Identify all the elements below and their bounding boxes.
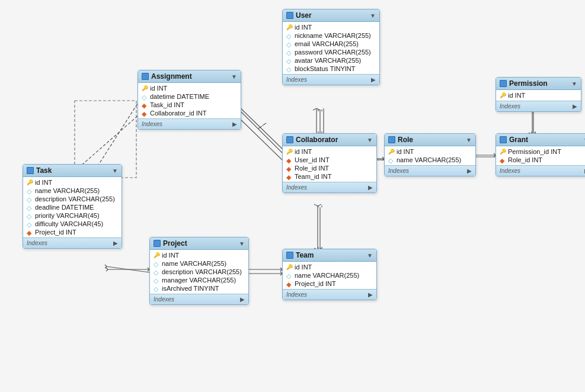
assignment-indexes-row[interactable]: Indexes ▶	[138, 118, 241, 129]
permission-table[interactable]: Permission ▼ 🔑 id INT Indexes ▶	[496, 77, 581, 112]
fk-icon: ◆	[286, 281, 292, 287]
svg-line-67	[106, 268, 108, 269]
indexes-label: Indexes	[286, 76, 307, 83]
svg-line-9	[237, 108, 282, 153]
indexes-expand-icon[interactable]: ▶	[368, 184, 373, 191]
table-row: ◇ isArchived TINYINT	[150, 284, 248, 293]
team-table[interactable]: Team ▼ 🔑 id INT ◇ name VARCHAR(255) ◆ Pr…	[282, 249, 377, 300]
assignment-table-arrow: ▼	[231, 73, 237, 80]
field-label: isArchived TINYINT	[162, 285, 219, 292]
field-label: blockStatus TINYINT	[295, 65, 356, 72]
field-label: Project_id INT	[35, 229, 76, 236]
user-table-header[interactable]: User ▼	[283, 9, 379, 22]
task-table[interactable]: Task ▼ 🔑 id INT ◇ name VARCHAR(255) ◇ de…	[23, 164, 122, 249]
field-label: datetime DATETIME	[150, 93, 209, 100]
table-row: ◆ Task_id INT	[138, 101, 241, 109]
permission-indexes-row[interactable]: Indexes ▶	[496, 101, 581, 111]
role-indexes-row[interactable]: Indexes ▶	[385, 165, 475, 176]
assignment-table-title: Assignment	[151, 72, 229, 81]
team-table-header[interactable]: Team ▼	[283, 249, 376, 262]
field-label: description VARCHAR(255)	[35, 195, 115, 203]
table-row: ◇ nickname VARCHAR(255)	[283, 31, 379, 40]
pk-icon: 🔑	[286, 24, 292, 30]
user-table[interactable]: User ▼ 🔑 id INT ◇ nickname VARCHAR(255) …	[282, 9, 380, 85]
project-table[interactable]: Project ▼ 🔑 id INT ◇ name VARCHAR(255) ◇…	[149, 237, 249, 305]
indexes-expand-icon[interactable]: ▶	[371, 76, 376, 83]
role-table-header[interactable]: Role ▼	[385, 134, 475, 146]
svg-line-47	[314, 204, 318, 206]
field-icon: ◇	[154, 261, 159, 266]
indexes-expand-icon[interactable]: ▶	[232, 121, 237, 127]
collaborator-indexes-row[interactable]: Indexes ▶	[283, 182, 376, 192]
collaborator-table-arrow: ▼	[367, 137, 373, 143]
grant-table-title: Grant	[509, 136, 581, 144]
field-label: email VARCHAR(255)	[295, 40, 359, 47]
pk-icon: 🔑	[500, 149, 506, 155]
project-indexes-row[interactable]: Indexes ▶	[150, 294, 248, 304]
indexes-label: Indexes	[142, 121, 162, 127]
field-label: difficulty VARCHAR(45)	[35, 220, 103, 227]
project-table-header[interactable]: Project ▼	[150, 237, 248, 250]
indexes-expand-icon[interactable]: ▶	[573, 103, 577, 110]
pk-icon: 🔑	[500, 92, 506, 98]
task-table-title: Task	[36, 166, 110, 175]
user-table-arrow: ▼	[370, 12, 376, 19]
collaborator-table[interactable]: Collaborator ▼ 🔑 id INT ◆ User_id INT ◆ …	[282, 133, 377, 193]
svg-line-5	[237, 116, 282, 160]
table-row: ◇ priority VARCHAR(45)	[23, 211, 122, 220]
table-row: ◆ Team_id INT	[283, 172, 376, 181]
collaborator-table-icon	[286, 136, 293, 143]
table-row: ◇ password VARCHAR(255)	[283, 48, 379, 56]
field-label: id INT	[295, 264, 312, 271]
fk-icon: ◆	[286, 173, 292, 179]
task-table-body: 🔑 id INT ◇ name VARCHAR(255) ◇ descripti…	[23, 177, 122, 237]
svg-line-48	[318, 204, 321, 206]
field-icon: ◇	[286, 33, 292, 38]
field-label: name VARCHAR(255)	[397, 156, 461, 163]
fk-icon: ◆	[27, 229, 33, 235]
role-table-icon	[388, 136, 395, 143]
table-row: ◇ description VARCHAR(255)	[150, 268, 248, 276]
svg-line-35	[313, 108, 317, 110]
assignment-table[interactable]: Assignment ▼ 🔑 id INT ◇ datetime DATETIM…	[138, 70, 241, 130]
field-label: id INT	[295, 24, 312, 31]
field-label: Task_id INT	[150, 101, 184, 108]
team-table-icon	[286, 252, 293, 259]
table-row: ◇ deadline DATETIME	[23, 203, 122, 211]
user-indexes-row[interactable]: Indexes ▶	[283, 74, 379, 85]
pk-icon: 🔑	[388, 149, 394, 155]
table-row: 🔑 id INT	[23, 178, 122, 187]
table-row: 🔑 id INT	[138, 84, 241, 92]
task-table-header[interactable]: Task ▼	[23, 165, 122, 177]
task-table-arrow: ▼	[112, 168, 118, 174]
svg-line-24	[107, 266, 149, 272]
permission-table-header[interactable]: Permission ▼	[496, 78, 581, 90]
team-indexes-row[interactable]: Indexes ▶	[283, 289, 376, 300]
table-row: ◇ email VARCHAR(255)	[283, 40, 379, 48]
field-label: nickname VARCHAR(255)	[295, 32, 371, 39]
grant-table[interactable]: Grant ▼ 🔑 Permission_id INT ◆ Role_id IN…	[496, 133, 585, 176]
project-table-body: 🔑 id INT ◇ name VARCHAR(255) ◇ descripti…	[150, 250, 248, 294]
collaborator-table-header[interactable]: Collaborator ▼	[283, 134, 376, 146]
pk-icon: 🔑	[286, 264, 292, 270]
indexes-expand-icon[interactable]: ▶	[113, 240, 118, 246]
indexes-expand-icon[interactable]: ▶	[368, 291, 373, 298]
role-table[interactable]: Role ▼ 🔑 id INT ◇ name VARCHAR(255) Inde…	[384, 133, 476, 176]
indexes-label: Indexes	[286, 291, 307, 298]
grant-table-icon	[500, 136, 507, 143]
field-icon: ◇	[27, 188, 33, 194]
permission-table-arrow: ▼	[571, 81, 577, 87]
table-row: 🔑 id INT	[150, 251, 248, 259]
fk-icon: ◆	[286, 165, 292, 171]
grant-table-header[interactable]: Grant ▼	[496, 134, 585, 146]
indexes-expand-icon[interactable]: ▶	[240, 296, 245, 303]
field-icon: ◇	[154, 285, 159, 291]
indexes-expand-icon[interactable]: ▶	[467, 168, 472, 174]
collaborator-table-title: Collaborator	[296, 136, 365, 144]
grant-indexes-row[interactable]: Indexes ▶	[496, 165, 585, 176]
table-row: ◆ Collaborator_id INT	[138, 109, 241, 117]
assignment-table-header[interactable]: Assignment ▼	[138, 70, 241, 83]
user-table-icon	[286, 12, 293, 19]
task-indexes-row[interactable]: Indexes ▶	[23, 237, 122, 248]
field-icon: ◇	[27, 196, 33, 202]
